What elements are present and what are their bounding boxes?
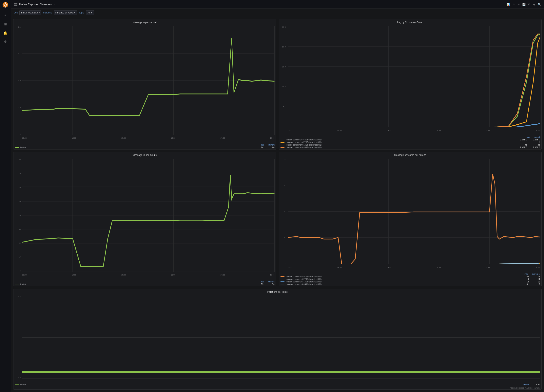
job-select[interactable]: kafka-test.kafka (19, 10, 41, 15)
panel-msg-consume-title: Message consume per minute (279, 152, 542, 157)
msg-per-second-max-header: max (260, 144, 264, 146)
panel-partitions-per-topic: Partitions per Topic 1.3 1.2 (13, 289, 542, 390)
topbar-left: Kafka Exporter Overview ▾ (14, 3, 55, 6)
msg-per-min-max-header: max (260, 281, 264, 283)
instance-select[interactable]: instance-of-kafka (54, 10, 77, 15)
msg-per-second-chart (22, 26, 275, 135)
svg-rect-8 (14, 5, 16, 6)
partitions-current-header: current (519, 384, 529, 386)
star-icon[interactable]: ☆ (513, 3, 515, 6)
panel-msg-consume: Message consume per minute 80 60 40 20 0 (279, 152, 542, 286)
msg-per-second-yaxis: 2.0 1.5 1.0 0.5 0 (13, 26, 21, 135)
grid-icon (14, 3, 18, 6)
partitions-chart (22, 296, 540, 379)
msg-consume-yaxis: 80 60 40 20 0 (279, 159, 287, 264)
sidebar: + ⊞ 🔔 ⚙ (0, 0, 11, 392)
panel-lag-consumer-title: Lag by Consumer Group (279, 19, 542, 24)
back-icon[interactable]: ◀ (533, 3, 535, 6)
msg-consume-chart (288, 159, 540, 264)
dashboard-title: Kafka Exporter Overview (19, 3, 52, 6)
panel-msg-per-second: Message in per second 2.0 1.5 1.0 0.5 0 (13, 19, 276, 150)
filterbar: Job kafka-test.kafka Instance instance-o… (11, 9, 544, 17)
job-label: Job (14, 11, 18, 14)
panel-partitions-title: Partitions per Topic (13, 289, 541, 294)
panel-msg-per-minute: Message in per minute 80 70 60 50 40 30 … (13, 152, 276, 286)
msg-per-second-current-header: current (268, 144, 274, 146)
main-content: Kafka Exporter Overview ▾ 📊 ☆ ↗ 💾 ⚙ ◀ 🔍 … (11, 0, 544, 392)
partitions-yaxis: 1.3 1.2 (13, 296, 21, 379)
sidebar-dashboards-icon[interactable]: ⊞ (2, 21, 9, 28)
settings-icon[interactable]: ⚙ (528, 3, 531, 6)
lag-consumer-yaxis: 2.5 K 2.0 K 1.5 K 1.0 K 500 0 (279, 26, 287, 127)
partitions-current-val: 1.00 (530, 384, 540, 386)
topbar: Kafka Exporter Overview ▾ 📊 ☆ ↗ 💾 ⚙ ◀ 🔍 (11, 0, 544, 9)
panel-msg-per-minute-title: Message in per minute (13, 152, 276, 157)
sidebar-add-icon[interactable]: + (2, 12, 9, 19)
consume-current-header: current ▾ (532, 273, 540, 275)
svg-rect-6 (14, 3, 16, 4)
add-panel-icon[interactable]: 📊 (507, 3, 510, 6)
consume-max-header: max (524, 273, 528, 275)
topbar-right-icons: 📊 ☆ ↗ 💾 ⚙ ◀ 🔍 (507, 3, 541, 6)
panel-lag-consumer: Lag by Consumer Group 2.5 K 2.0 K 1.5 K … (279, 19, 542, 150)
topic-value: All (88, 11, 90, 14)
search-icon[interactable]: 🔍 (538, 3, 541, 6)
job-value: kafka-test.kafka (21, 11, 38, 14)
instance-value: instance-of-kafka (55, 11, 73, 14)
sidebar-settings-icon[interactable]: ⚙ (2, 38, 9, 45)
lag-current-header: current (534, 136, 540, 138)
sidebar-notifications-icon[interactable]: 🔔 (2, 29, 9, 36)
test001-legend-color (15, 147, 19, 148)
title-caret-icon[interactable]: ▾ (54, 3, 55, 5)
test001-legend-label: test001 (20, 146, 252, 149)
url-bar: https://blog.csdn.n.../bling_cavalry (13, 386, 541, 389)
lag-max-header: max (526, 136, 530, 138)
partitions-legend-label: test001 (20, 384, 518, 386)
msg-per-minute-chart (22, 159, 275, 272)
test001-max-val: 1.84 (254, 146, 264, 149)
instance-label: Instance (43, 11, 52, 14)
topic-label: Topic (79, 11, 84, 14)
svg-rect-9 (16, 5, 18, 6)
panel-msg-per-second-title: Message in per second (13, 19, 276, 24)
dashboard-grid: Message in per second 2.0 1.5 1.0 0.5 0 (11, 17, 544, 392)
svg-rect-7 (16, 3, 18, 4)
grafana-logo[interactable] (2, 2, 8, 8)
share-icon[interactable]: ↗ (517, 3, 520, 6)
test001-current-val: 1.00 (265, 146, 275, 149)
msg-per-min-current-header: current (268, 281, 274, 283)
msg-per-minute-yaxis: 80 70 60 50 40 30 20 10 0 (13, 159, 21, 272)
topic-select[interactable]: All (86, 10, 94, 15)
save-icon[interactable]: 💾 (522, 3, 526, 6)
lag-consumer-chart (288, 26, 540, 127)
